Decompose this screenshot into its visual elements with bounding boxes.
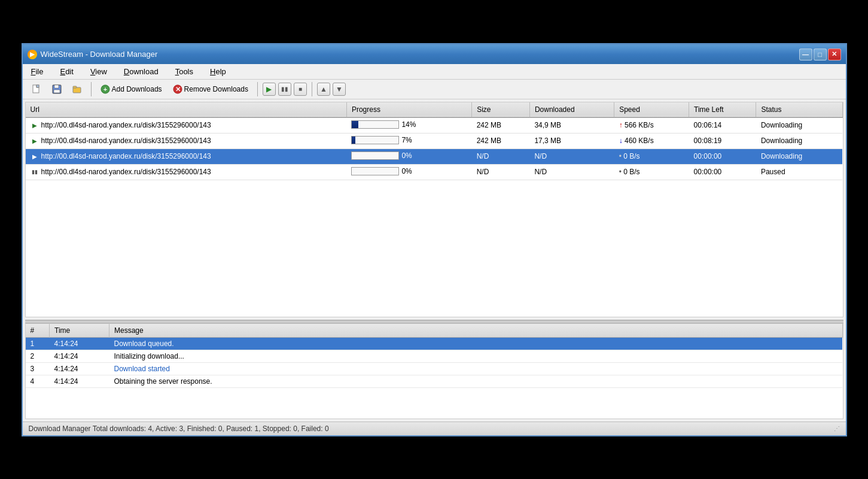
status-cell: Paused bbox=[756, 164, 842, 180]
stop-button[interactable]: ■ bbox=[294, 83, 307, 96]
status-cell: Downloading bbox=[756, 117, 842, 134]
log-header-row: # Time Message bbox=[26, 324, 843, 338]
toolbar-separator-2 bbox=[257, 82, 258, 96]
close-button[interactable]: ✕ bbox=[828, 48, 841, 60]
add-downloads-button[interactable]: + Add Downloads bbox=[96, 82, 166, 96]
title-bar: ▶ WideStream - Download Manager ― □ ✕ bbox=[23, 45, 846, 64]
play-row-icon: ▶ bbox=[31, 137, 39, 145]
table-row[interactable]: ▶ http://00.dl4sd-narod.yandex.ru/disk/3… bbox=[26, 148, 843, 164]
downloaded-cell: N/D bbox=[529, 164, 614, 180]
remove-downloads-button[interactable]: ✕ Remove Downloads bbox=[169, 82, 252, 96]
log-time: 4:14:24 bbox=[50, 375, 109, 387]
progress-fill bbox=[352, 121, 358, 128]
col-progress[interactable]: Progress bbox=[346, 102, 471, 117]
resize-grip[interactable]: ⋰ bbox=[834, 425, 840, 432]
download-list-panel: Url Progress Size Downloaded Speed Time … bbox=[25, 102, 843, 317]
menu-edit[interactable]: Edit bbox=[56, 66, 77, 77]
minimize-button[interactable]: ― bbox=[799, 48, 812, 60]
status-cell: Downloading bbox=[756, 133, 842, 148]
log-time: 4:14:24 bbox=[50, 337, 109, 350]
col-timeleft[interactable]: Time Left bbox=[689, 102, 756, 117]
play-row-icon: ▶ bbox=[31, 121, 39, 129]
save-button[interactable] bbox=[48, 82, 66, 96]
play-button[interactable]: ▶ bbox=[263, 83, 276, 96]
menu-help[interactable]: Help bbox=[206, 66, 230, 77]
col-url[interactable]: Url bbox=[26, 102, 347, 117]
timeleft-cell: 00:00:00 bbox=[689, 164, 756, 180]
log-num: 1 bbox=[26, 337, 50, 350]
new-icon bbox=[32, 84, 41, 94]
app-icon: ▶ bbox=[28, 50, 37, 59]
downloaded-cell: 34,9 MB bbox=[529, 117, 614, 134]
url-text: http://00.dl4sd-narod.yandex.ru/disk/315… bbox=[41, 168, 211, 176]
new-button[interactable] bbox=[28, 82, 45, 96]
save-icon bbox=[52, 84, 62, 94]
log-col-time: Time bbox=[50, 324, 109, 338]
progress-label: 0% bbox=[401, 151, 412, 160]
speed-cell: • 0 B/s bbox=[614, 164, 689, 180]
progress-label: 7% bbox=[401, 136, 412, 144]
url-cell: ▮▮ http://00.dl4sd-narod.yandex.ru/disk/… bbox=[26, 164, 347, 180]
table-row[interactable]: ▮▮ http://00.dl4sd-narod.yandex.ru/disk/… bbox=[26, 164, 843, 180]
progress-bar bbox=[351, 167, 399, 175]
move-up-button[interactable]: ▲ bbox=[317, 83, 330, 96]
log-message: Obtaining the server response. bbox=[109, 375, 843, 387]
progress-bar bbox=[351, 151, 399, 160]
open-button[interactable] bbox=[68, 82, 86, 96]
table-row[interactable]: ▶ http://00.dl4sd-narod.yandex.ru/disk/3… bbox=[26, 133, 843, 148]
log-row[interactable]: 1 4:14:24 Download queued. bbox=[26, 337, 843, 350]
remove-downloads-icon: ✕ bbox=[173, 84, 182, 94]
pause-row-icon: ▮▮ bbox=[31, 168, 39, 176]
log-message-text: Obtaining the server response. bbox=[114, 377, 212, 386]
move-down-button[interactable]: ▼ bbox=[333, 83, 346, 96]
col-size[interactable]: Size bbox=[472, 102, 530, 117]
open-icon bbox=[72, 84, 82, 94]
log-panel: # Time Message 1 4:14:24 Download queued… bbox=[25, 323, 843, 419]
progress-label: 0% bbox=[401, 167, 412, 175]
log-message-link[interactable]: Download started bbox=[114, 365, 170, 373]
svg-rect-1 bbox=[36, 85, 39, 87]
timeleft-cell: 00:06:14 bbox=[689, 117, 756, 134]
menu-view[interactable]: View bbox=[87, 66, 111, 77]
size-cell: 242 MB bbox=[472, 117, 530, 134]
col-downloaded[interactable]: Downloaded bbox=[529, 102, 614, 117]
progress-cell: 14% bbox=[346, 117, 471, 134]
add-downloads-icon: + bbox=[100, 84, 110, 94]
progress-cell: 0% bbox=[346, 164, 471, 180]
play-row-icon: ▶ bbox=[31, 152, 39, 160]
url-text: http://00.dl4sd-narod.yandex.ru/disk/315… bbox=[41, 152, 211, 160]
speed-cell: ↑ 566 KB/s bbox=[614, 117, 689, 134]
add-downloads-label: Add Downloads bbox=[112, 85, 162, 93]
menu-download[interactable]: Download bbox=[120, 66, 162, 77]
timeleft-cell: 00:00:00 bbox=[689, 148, 756, 164]
timeleft-cell: 00:08:19 bbox=[689, 133, 756, 148]
col-speed[interactable]: Speed bbox=[614, 102, 689, 117]
log-col-message: Message bbox=[109, 324, 843, 338]
log-message-text: Initializing download... bbox=[114, 352, 184, 360]
svg-text:✕: ✕ bbox=[175, 86, 180, 93]
toolbar-separator-1 bbox=[91, 82, 92, 96]
toolbar-separator-3 bbox=[312, 82, 312, 96]
menu-file[interactable]: File bbox=[28, 66, 47, 77]
progress-fill bbox=[352, 137, 355, 144]
svg-rect-6 bbox=[73, 86, 77, 88]
progress-bar bbox=[351, 136, 399, 144]
maximize-button[interactable]: □ bbox=[814, 48, 827, 60]
main-window: ▶ WideStream - Download Manager ― □ ✕ Fi… bbox=[22, 43, 847, 436]
table-row[interactable]: ▶ http://00.dl4sd-narod.yandex.ru/disk/3… bbox=[26, 117, 843, 134]
menu-tools[interactable]: Tools bbox=[172, 66, 197, 77]
pause-button[interactable]: ▮▮ bbox=[278, 83, 291, 96]
progress-bar bbox=[351, 120, 399, 129]
downloaded-cell: N/D bbox=[529, 148, 614, 164]
title-bar-left: ▶ WideStream - Download Manager bbox=[28, 50, 158, 59]
url-text: http://00.dl4sd-narod.yandex.ru/disk/315… bbox=[41, 137, 211, 145]
col-status[interactable]: Status bbox=[756, 102, 842, 117]
log-num: 2 bbox=[26, 350, 50, 362]
log-row[interactable]: 4 4:14:24 Obtaining the server response. bbox=[26, 375, 843, 387]
progress-cell: 0% bbox=[346, 148, 471, 164]
log-row[interactable]: 2 4:14:24 Initializing download... bbox=[26, 350, 843, 362]
log-row[interactable]: 3 4:14:24 Download started bbox=[26, 362, 843, 375]
svg-rect-4 bbox=[54, 90, 60, 93]
status-bar: Download Manager Total downloads: 4, Act… bbox=[23, 422, 846, 435]
log-time: 4:14:24 bbox=[50, 350, 109, 362]
